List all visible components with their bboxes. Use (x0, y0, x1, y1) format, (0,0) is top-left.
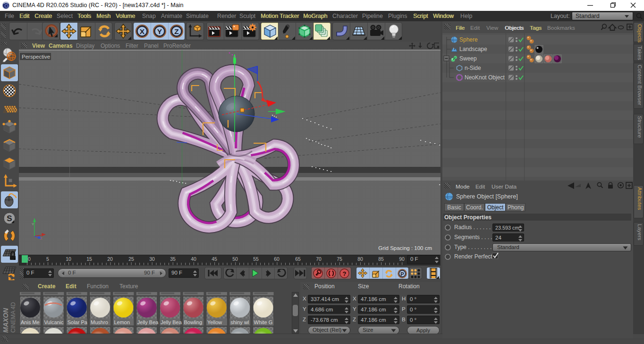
svg-text:35: 35 (170, 256, 176, 262)
svg-text:25: 25 (128, 256, 134, 262)
svg-text:Sphere: Sphere (459, 36, 478, 43)
svg-text:n-Side: n-Side (465, 65, 481, 71)
svg-text:30: 30 (149, 256, 155, 262)
svg-text:15: 15 (86, 256, 92, 262)
svg-text:X: X (140, 27, 145, 35)
svg-text:Anis Me: Anis Me (21, 319, 40, 325)
svg-text:45: 45 (212, 256, 217, 262)
svg-text:NeoKnot Object: NeoKnot Object (465, 74, 505, 81)
svg-text:White G: White G (254, 319, 273, 325)
svg-text:90: 90 (399, 256, 405, 262)
svg-text:10: 10 (66, 256, 71, 262)
svg-text:70: 70 (316, 256, 322, 262)
svg-text:65: 65 (295, 256, 301, 262)
svg-text:Lemon: Lemon (114, 319, 130, 325)
svg-text:Grid Spacing : 100 cm: Grid Spacing : 100 cm (378, 245, 432, 251)
svg-text:50: 50 (232, 256, 238, 262)
svg-text:5: 5 (46, 256, 49, 262)
svg-text:Y: Y (32, 222, 34, 226)
svg-text:Perspective: Perspective (22, 54, 50, 60)
svg-text:60: 60 (274, 256, 280, 262)
svg-text:55: 55 (253, 256, 259, 262)
svg-text:Landscape: Landscape (459, 46, 487, 52)
svg-text:20: 20 (107, 256, 113, 262)
svg-text:Mushro: Mushro (91, 319, 108, 325)
svg-text:75: 75 (337, 256, 342, 262)
svg-text:?: ? (343, 270, 347, 277)
svg-text:Solar Pa: Solar Pa (68, 319, 88, 325)
svg-text:shiny wl: shiny wl (230, 319, 249, 325)
svg-text:Sweep: Sweep (459, 55, 477, 62)
svg-text:P: P (400, 271, 404, 277)
svg-text:85: 85 (378, 256, 384, 262)
svg-text:0: 0 (28, 256, 31, 262)
svg-text:Yellow: Yellow (207, 319, 222, 325)
svg-text:40: 40 (191, 256, 196, 262)
svg-text:Vulcanic: Vulcanic (44, 319, 64, 325)
svg-text:Jelly Bea: Jelly Bea (161, 319, 182, 325)
svg-text:Z: Z (174, 27, 179, 35)
svg-text:Jelly Bea: Jelly Bea (137, 319, 159, 325)
svg-text:Y: Y (157, 27, 162, 35)
svg-text:80: 80 (357, 256, 363, 262)
svg-text:S: S (7, 214, 12, 223)
svg-text:Bowling: Bowling (184, 319, 203, 325)
